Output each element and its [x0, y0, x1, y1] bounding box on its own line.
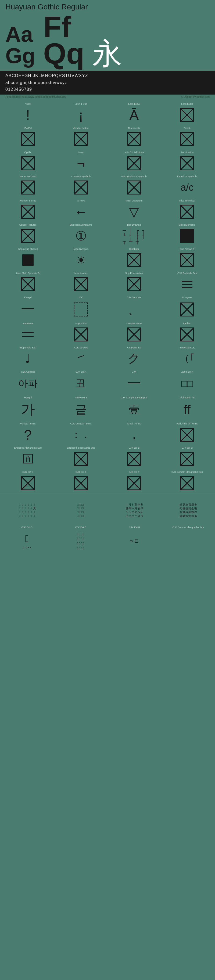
- glyph-symbol: ?: [24, 426, 32, 443]
- glyph-label: Punctuation: [181, 151, 194, 154]
- credit-line: Font Source: http://www.fontke.com/font/…: [0, 95, 215, 99]
- glyph-symbol: [127, 155, 141, 172]
- glyph-cell: Compat Jamo: [107, 320, 161, 344]
- glyph-symbol: 壹: [129, 400, 140, 419]
- glyph-label: Arrows: [77, 199, 84, 202]
- glyph-cell: Greek: [161, 125, 214, 149]
- glyph-label: CJK Ext A: [75, 371, 86, 374]
- preview-area: Aa Gg Ff Qq 永: [5, 13, 210, 67]
- glyph-cell: Diacriticals For Symbols: [107, 173, 161, 197]
- glyph-cell: Enclosed Alphanums Sup🄰: [2, 444, 54, 469]
- glyph-label: Hiragana: [182, 296, 192, 299]
- glyph-symbol: ff: [183, 400, 191, 419]
- glyph-label: Compat Jamo: [127, 322, 142, 325]
- glyph-cell: Katakana: [2, 320, 54, 344]
- glyph-label: Misc Math Symbols B: [16, 272, 40, 275]
- uppercase-row: ABCDEFGHIJKLMNOPQRSTUVWXYZ: [5, 72, 210, 79]
- glyph-cell: Enclosed CJK（｢: [161, 344, 214, 368]
- glyph-label: CJK Compat Forms: [70, 422, 92, 425]
- glyph-cell: Small Forms，: [107, 420, 161, 444]
- glyph-label: Enclosed Alphanums: [70, 224, 92, 226]
- glyph-label: Letterlike Symbols: [177, 175, 197, 178]
- glyph-label: CJK Ext E: [75, 471, 86, 474]
- glyph-symbol: [74, 450, 88, 468]
- cjk-ext-f-cell: 丨丩丬丮丯丱 丳丵丷丼丽举 乀乁乂乃乄乆 乇么义乊乌乍: [107, 494, 161, 524]
- glyph-symbol: [74, 326, 88, 343]
- cjk-ext-f-symbol: 丨丩丬丮丯丱 丳丵丷丼丽举 乀乁乂乃乄乆 乇么义乊乌乍: [126, 498, 143, 523]
- letter-Aa: Aa: [5, 24, 35, 45]
- glyph-cell: Bopomofo: [54, 320, 108, 344]
- glyph-symbol: [74, 276, 88, 293]
- glyph-symbol: [127, 326, 141, 343]
- glyph-symbol: 긑: [75, 400, 87, 419]
- glyph-cell: Lamo¬: [54, 149, 108, 173]
- glyph-symbol: □□: [182, 374, 193, 393]
- glyph-symbol: 아파: [18, 374, 38, 393]
- letter-pair-ag: Aa Gg: [5, 24, 35, 67]
- glyph-cell: Number Forms: [2, 197, 54, 221]
- glyph-cell: Math Operators▽: [107, 197, 161, 221]
- glyph-symbol: ←: [74, 204, 88, 220]
- glyph-label: Kangxi: [24, 296, 32, 299]
- glyph-cell: CJK Compat Ideographs壹: [107, 394, 161, 420]
- glyph-cell: Sup Punctuation: [107, 270, 161, 294]
- glyph-cell: Jamo Ext B긑: [54, 394, 108, 420]
- glyph-symbol: [74, 475, 88, 492]
- glyph-symbol: [127, 131, 141, 148]
- glyph-symbol: ㇀: [75, 350, 87, 367]
- glyph-symbol: [21, 276, 35, 293]
- cjk-ext-e-cell: 𫝀𫝁𫝂𫝃𫝄𫝅 𫝆𫝇𫝈𫝉𫝊𫝋 𫝌𫝍𫝎𫝏𫝐𫝑 𫝒𫝓𫝔𫝕𫝖𫝗: [54, 494, 107, 524]
- glyph-label: Small Forms: [127, 422, 141, 425]
- lowercase-row: abcdefghijklmnopqrstuvwxyz: [5, 79, 210, 86]
- glyph-symbol: ①: [75, 228, 87, 245]
- glyph-cell: Latin Ext Additional: [107, 149, 161, 173]
- bottom2-cell4: CJK Compat Ideographs Sup ゟ: [161, 524, 215, 554]
- glyph-symbol: [127, 252, 141, 269]
- glyph-symbol: 丑: [76, 374, 86, 393]
- glyph-symbol: [127, 475, 141, 492]
- glyph-symbol: ク: [128, 350, 140, 367]
- bottom2-label1: CJK Ext D: [21, 526, 32, 529]
- glyph-cell: Control Pictures: [2, 221, 54, 245]
- bottom2-cell2: CJK Ext E 𫝀𫝁𫝂𫝃 𫝄𫝅𫝆𫝇 𫝈𫝉𫝊𫝋 𫝌𫝍𫝎𫝏: [54, 524, 107, 554]
- glyph-label: Enclosed Ideographic Sup: [67, 447, 95, 449]
- glyph-label: Control Pictures: [19, 224, 37, 226]
- glyph-cell: Punctuation: [161, 149, 214, 173]
- chinese-char: 永: [92, 40, 122, 67]
- glyph-symbol: ：．: [71, 426, 91, 443]
- title-bar: Huayuan Gothic Regular Aa Gg Ff Qq 永: [0, 0, 215, 71]
- glyph-cell: Alphabetic PFff: [161, 394, 214, 420]
- glyph-symbol: [127, 276, 141, 293]
- glyph-cell: Bopomofo Ext♩: [2, 344, 54, 368]
- bottom-dense-section: 𠀀𠀁𠀂𠀃𠀄𠀅 𠀆𠀇𠀈𠀉𠀊𠀋 𠀌𠀍𠀎𠀏𠀐𠀑 𠀒𠀓𠀔𠀕𠀖𠀗 𫝀𫝁𫝂𫝃𫝄𫝅 𫝆𫝇𫝈𫝉𫝊…: [0, 494, 215, 524]
- glyph-cell: Dingbats: [107, 245, 161, 270]
- glyph-label: Sup Arrows B: [180, 248, 194, 251]
- glyph-cell: CJK Compat아파: [2, 368, 54, 395]
- glyph-symbol: [74, 179, 88, 196]
- glyph-label: Cyrillic: [24, 151, 32, 154]
- design-credit: © Design by fontke.com: [181, 95, 210, 98]
- glyph-label: CJK Ext C: [182, 447, 193, 449]
- glyph-symbol: ▽: [129, 204, 139, 220]
- glyph-cell: Super And Sub: [2, 173, 54, 197]
- glyph-symbol: [180, 326, 194, 343]
- glyph-symbol: [74, 131, 88, 148]
- glyph-label: CJK Compat: [21, 371, 35, 374]
- glyph-cell: Sup Arrows B: [161, 245, 214, 270]
- glyph-label: CJK: [132, 371, 136, 374]
- glyph-label: Misc Technical: [179, 199, 195, 202]
- glyph-symbol: [21, 131, 35, 148]
- glyph-cell: CJK Ext B: [107, 444, 161, 469]
- glyph-symbol: 🄰: [23, 450, 33, 468]
- glyph-symbol: [180, 131, 194, 148]
- glyph-cell: Hiragana: [161, 294, 214, 320]
- glyph-symbol: [21, 155, 35, 172]
- glyph-label: CJK Ext F: [129, 471, 140, 474]
- glyph-symbol: 、: [127, 300, 140, 319]
- glyph-cell: CJK Compat Forms：．: [54, 420, 108, 444]
- glyph-symbol: （｢: [180, 350, 194, 367]
- glyph-cell: Latin Ext B: [161, 100, 214, 125]
- glyph-symbol: [22, 326, 33, 343]
- glyph-label: Latin Ext B: [181, 103, 193, 106]
- font-title: Huayuan Gothic Regular: [5, 3, 210, 11]
